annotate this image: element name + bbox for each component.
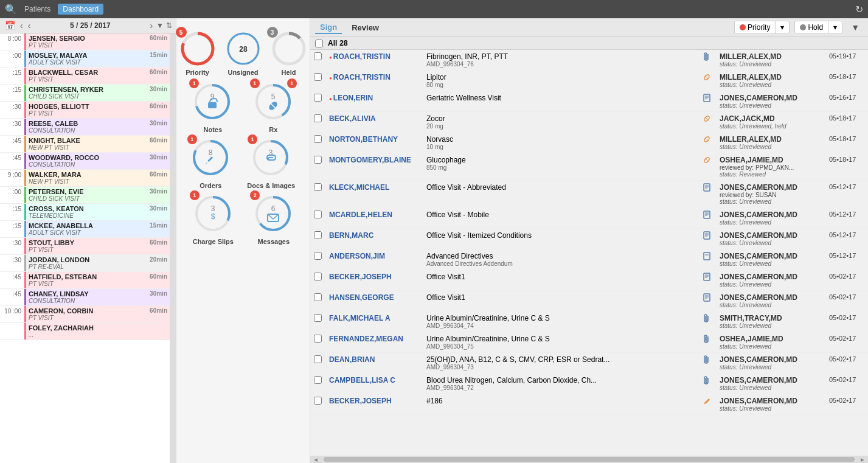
- doc-icon-cell[interactable]: [698, 91, 716, 112]
- row-checkbox-cell[interactable]: [310, 50, 325, 71]
- appointment-card[interactable]: STOUT, LIBBY 60min PT VISIT: [24, 238, 170, 254]
- row-checkbox[interactable]: [314, 114, 322, 122]
- notes-donut[interactable]: 1 9 Notes: [193, 82, 232, 133]
- appointment-card[interactable]: CAMERON, CORBIN 60min PT VISIT: [24, 306, 170, 322]
- unsigned-circle[interactable]: 28 Unsigned: [225, 30, 262, 76]
- doc-icon-cell[interactable]: [698, 208, 716, 229]
- row-checkbox-cell[interactable]: [310, 91, 325, 112]
- orders-donut[interactable]: 1 8 Orders: [191, 138, 231, 189]
- patient-name[interactable]: HANSEN,GEORGE: [329, 293, 394, 302]
- row-checkbox-cell[interactable]: [310, 291, 325, 312]
- appointment-card[interactable]: JENSEN, SERGIO 60min PT VISIT: [24, 33, 170, 50]
- patient-name[interactable]: DEAN,BRIAN: [329, 355, 375, 364]
- table-row[interactable]: BECKER,JOSEPH Office Visit1 JONES,CAMERO…: [310, 270, 868, 291]
- row-checkbox[interactable]: [314, 94, 322, 102]
- doc-icon-cell[interactable]: [698, 71, 716, 91]
- appointment-card[interactable]: WALKER, MARA 60min NEW PT VISIT: [24, 170, 170, 186]
- table-row[interactable]: BECK,ALIVIA Zocor 20 mg JACK,JACK,MD sta…: [310, 112, 868, 133]
- table-row[interactable]: MCARDLE,HELEN Office Visit - Mobile JONE…: [310, 208, 868, 229]
- next-date-btn[interactable]: ›: [148, 21, 154, 30]
- doc-icon-cell[interactable]: [698, 353, 716, 374]
- row-checkbox[interactable]: [314, 252, 322, 260]
- appointment-card[interactable]: BLACKWELL, CESAR 60min PT VISIT: [24, 68, 170, 84]
- prev-date-btn[interactable]: ‹: [19, 21, 24, 30]
- row-checkbox-cell[interactable]: [310, 112, 325, 133]
- row-checkbox-cell[interactable]: [310, 353, 325, 374]
- held-circle[interactable]: 3 Held: [271, 30, 307, 76]
- schedule-appointment[interactable]: :15 MCKEE, ANABELLA 15min ADULT SICK VIS…: [0, 221, 170, 238]
- patient-name[interactable]: ROACH,TRISTIN: [333, 52, 391, 61]
- schedule-appointment[interactable]: :45 CHANEY, LINDSAY 30min CONSULTATION: [0, 289, 170, 306]
- table-row[interactable]: BECKER,JOSEPH #186 JONES,CAMERON,MD stat…: [310, 394, 868, 415]
- row-checkbox-cell[interactable]: [310, 208, 325, 229]
- patient-name[interactable]: MCARDLE,HELEN: [329, 211, 392, 219]
- patient-name[interactable]: FERNANDEZ,MEGAN: [329, 335, 403, 343]
- row-checkbox-cell[interactable]: [310, 270, 325, 291]
- row-checkbox[interactable]: [314, 273, 322, 280]
- patient-name[interactable]: KLECK,MICHAEL: [329, 183, 389, 192]
- doc-icon-cell[interactable]: [698, 249, 716, 270]
- prev-date-btn2[interactable]: ‹: [27, 21, 32, 30]
- table-row[interactable]: MONTGOMERY,BLAINE Glucophage 850 mg OSHE…: [310, 153, 868, 181]
- row-checkbox-cell[interactable]: [310, 181, 325, 208]
- row-checkbox-cell[interactable]: [310, 133, 325, 153]
- table-row[interactable]: BERN,MARC Office Visit - Itemized Condit…: [310, 229, 868, 249]
- table-row[interactable]: FERNANDEZ,MEGAN Urine Albumin/Creatinine…: [310, 332, 868, 353]
- row-checkbox-cell[interactable]: [310, 153, 325, 181]
- patient-name[interactable]: MONTGOMERY,BLAINE: [329, 156, 411, 164]
- doc-icon-cell[interactable]: [698, 181, 716, 208]
- appointment-card[interactable]: CHRISTENSEN, RYKER 30min CHILD SICK VISI…: [24, 85, 170, 101]
- patient-name[interactable]: LEON,ERIN: [333, 94, 373, 102]
- appointment-card[interactable]: JORDAN, LONDON 20min PT RE-EVAL: [24, 255, 170, 271]
- appointment-card[interactable]: HODGES, ELLIOTT 60min PT VISIT: [24, 102, 170, 118]
- messages-donut[interactable]: 2 6 Messages: [254, 194, 293, 245]
- schedule-appointment[interactable]: :15 CHRISTENSEN, RYKER 30min CHILD SICK …: [0, 85, 170, 102]
- schedule-appointment[interactable]: :30 HODGES, ELLIOTT 60min PT VISIT: [0, 102, 170, 119]
- schedule-appointment[interactable]: :00 PETERSEN, EVIE 30min CHILD SICK VISI…: [0, 187, 170, 204]
- schedule-appointment[interactable]: :00 MOSLEY, MALAYA 15min ADULT SICK VISI…: [0, 50, 170, 68]
- schedule-appointment[interactable]: :45 WOODWARD, ROCCO 30min CONSULTATION: [0, 153, 170, 170]
- table-row[interactable]: KLECK,MICHAEL Office Visit - Abbreviated…: [310, 181, 868, 208]
- row-checkbox[interactable]: [314, 52, 322, 60]
- bottom-scrollbar[interactable]: ◄ ►: [310, 456, 868, 463]
- patient-name[interactable]: ANDERSON,JIM: [329, 252, 385, 260]
- patient-name[interactable]: BECKER,JOSEPH: [329, 397, 392, 405]
- table-row[interactable]: ANDERSON,JIM Advanced Directives Advance…: [310, 249, 868, 270]
- row-checkbox-cell[interactable]: [310, 71, 325, 91]
- schedule-appointment[interactable]: :45 HATFIELD, ESTEBAN 60min PT VISIT: [0, 272, 170, 289]
- doc-icon-cell[interactable]: [698, 394, 716, 415]
- appointment-card[interactable]: MCKEE, ANABELLA 15min ADULT SICK VISIT: [24, 221, 170, 237]
- table-row[interactable]: NORTON,BETHANY Norvasc 10 mg MILLER,ALEX…: [310, 133, 868, 153]
- schedule-appointment[interactable]: :30 JORDAN, LONDON 20min PT RE-EVAL: [0, 255, 170, 272]
- schedule-filter-btn[interactable]: ▼: [156, 21, 164, 30]
- calendar-icon[interactable]: 📅: [4, 21, 16, 30]
- sync-icon[interactable]: ↻: [855, 4, 863, 15]
- row-checkbox[interactable]: [314, 293, 322, 301]
- row-checkbox[interactable]: [314, 73, 322, 81]
- right-filter-btn[interactable]: ▼: [847, 21, 863, 33]
- doc-icon-cell[interactable]: [698, 50, 716, 71]
- patient-name[interactable]: ROACH,TRISTIN: [333, 73, 391, 82]
- row-checkbox-cell[interactable]: [310, 249, 325, 270]
- appointment-card[interactable]: KNIGHT, BLAKE 60min NEW PT VISIT: [24, 136, 170, 152]
- rx-donut[interactable]: 1 1 5 Rx: [254, 82, 293, 133]
- schedule-appointment[interactable]: :30 REESE, CALEB 30min CONSULTATION: [0, 119, 170, 136]
- doc-icon-cell[interactable]: [698, 229, 716, 249]
- select-all-checkbox[interactable]: [315, 40, 323, 47]
- doc-icon-cell[interactable]: [698, 374, 716, 394]
- appointment-card[interactable]: REESE, CALEB 30min CONSULTATION: [24, 119, 170, 135]
- appointment-card[interactable]: CROSS, KEATON 30min TELEMEDICINE: [24, 204, 170, 220]
- row-checkbox[interactable]: [314, 135, 322, 143]
- appointment-card[interactable]: MOSLEY, MALAYA 15min ADULT SICK VISIT: [24, 50, 170, 67]
- appointment-card[interactable]: PETERSEN, EVIE 30min CHILD SICK VISIT: [24, 187, 170, 203]
- schedule-appointment[interactable]: :45 KNIGHT, BLAKE 60min NEW PT VISIT: [0, 136, 170, 153]
- doc-icon-cell[interactable]: [698, 133, 716, 153]
- table-row[interactable]: CAMPBELL,LISA C Blood Urea Nitrogen, Cal…: [310, 374, 868, 394]
- dashboard-nav-btn[interactable]: Dashboard: [58, 4, 103, 15]
- row-checkbox-cell[interactable]: [310, 332, 325, 353]
- row-checkbox[interactable]: [314, 397, 322, 405]
- schedule-appointment[interactable]: :15 CROSS, KEATON 30min TELEMEDICINE: [0, 204, 170, 221]
- patient-name[interactable]: BECK,ALIVIA: [329, 114, 376, 123]
- docs-donut[interactable]: 1 3 Docs & Images: [247, 138, 295, 189]
- priority-main-btn[interactable]: Priority: [735, 21, 775, 33]
